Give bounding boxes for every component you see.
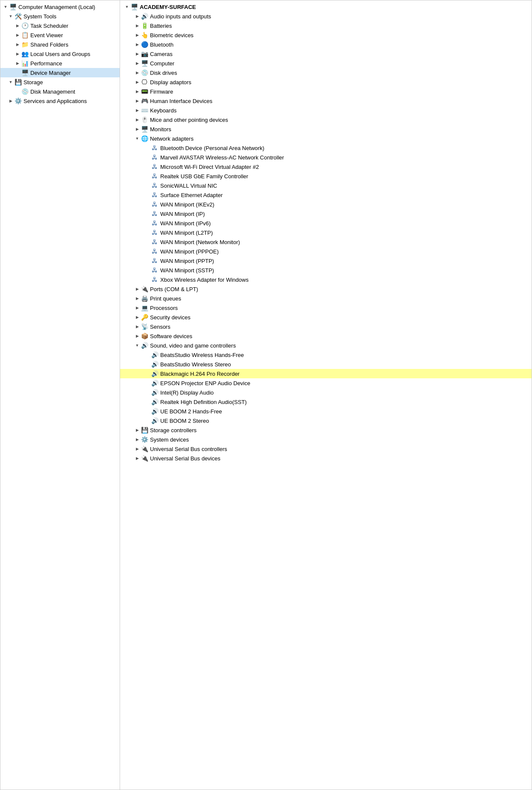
- intel-audio-expand-icon: [144, 389, 151, 396]
- usb-devices-icon: 🔌: [141, 454, 148, 462]
- wan-pppoe-icon: 🖧: [151, 248, 159, 255]
- right-item-intel-display-audio[interactable]: 🔊 Intel(R) Display Audio: [120, 388, 532, 397]
- wan-ikev2-expand-icon: [144, 201, 151, 208]
- right-item-sonicwall[interactable]: 🖧 SonicWALL Virtual NIC: [120, 181, 532, 190]
- device-manager-label: Device Manager: [30, 70, 71, 76]
- left-panel: ▼ 🖥️ Computer Management (Local) ▼ 🛠️ Sy…: [0, 0, 120, 790]
- right-item-disk-drives[interactable]: ▶ 💿 Disk drives: [120, 68, 532, 77]
- right-item-print-queues[interactable]: ▶ 🖨️ Print queues: [120, 294, 532, 303]
- bt-pan-icon: 🖧: [151, 144, 159, 152]
- right-item-network-adapters[interactable]: ▼ 🌐 Network adapters: [120, 134, 532, 143]
- right-item-realtek-usb[interactable]: 🖧 Realtek USB GbE Family Controller: [120, 171, 532, 181]
- sidebar-item-performance[interactable]: ▶ 📊 Performance: [0, 59, 120, 68]
- right-item-keyboards[interactable]: ▶ ⌨️ Keyboards: [120, 106, 532, 115]
- right-item-storage-controllers[interactable]: ▶ 💾 Storage controllers: [120, 425, 532, 435]
- right-item-sound-video[interactable]: ▼ 🔊 Sound, video and game controllers: [120, 341, 532, 350]
- right-item-beats-hf[interactable]: 🔊 BeatsStudio Wireless Hands-Free: [120, 350, 532, 360]
- right-item-firmware[interactable]: ▶ 📟 Firmware: [120, 87, 532, 96]
- right-item-system-devices[interactable]: ▶ ⚙️ System devices: [120, 435, 532, 444]
- right-item-wan-pptp[interactable]: 🖧 WAN Miniport (PPTP): [120, 256, 532, 265]
- right-item-ue-boom-stereo[interactable]: 🔊 UE BOOM 2 Stereo: [120, 416, 532, 425]
- right-item-security-devices[interactable]: ▶ 🔑 Security devices: [120, 312, 532, 322]
- right-item-software-devices[interactable]: ▶ 📦 Software devices: [120, 331, 532, 341]
- services-apps-label: Services and Applications: [24, 98, 87, 104]
- right-item-wan-l2tp[interactable]: 🖧 WAN Miniport (L2TP): [120, 228, 532, 237]
- sidebar-item-local-users[interactable]: ▶ 👥 Local Users and Groups: [0, 49, 120, 59]
- right-item-cameras[interactable]: ▶ 📷 Cameras: [120, 49, 532, 59]
- right-item-display-adaptors[interactable]: ▶ 🖵 Display adaptors: [120, 77, 532, 87]
- ue-boom-hf-label: UE BOOM 2 Hands-Free: [160, 408, 222, 415]
- print-queues-expand-icon: ▶: [134, 295, 141, 302]
- usb-controllers-icon: 🔌: [141, 445, 148, 453]
- right-item-audio-io[interactable]: ▶ 🔊 Audio inputs and outputs: [120, 12, 532, 21]
- batteries-expand-icon: ▶: [134, 22, 141, 29]
- ms-wifi-icon: 🖧: [151, 163, 159, 171]
- sidebar-item-device-manager[interactable]: 🖥️ Device Manager: [0, 68, 120, 77]
- sidebar-item-task-scheduler[interactable]: ▶ 🕐 Task Scheduler: [0, 21, 120, 30]
- sidebar-item-system-tools[interactable]: ▼ 🛠️ System Tools: [0, 12, 120, 21]
- root-item[interactable]: ▼ 🖥️ Computer Management (Local): [0, 2, 120, 12]
- wan-ipv6-expand-icon: [144, 220, 151, 227]
- right-item-wan-pppoe[interactable]: 🖧 WAN Miniport (PPPOE): [120, 247, 532, 256]
- right-item-mice[interactable]: ▶ 🖱️ Mice and other pointing devices: [120, 115, 532, 124]
- biometric-expand-icon: ▶: [134, 32, 141, 38]
- right-item-batteries[interactable]: ▶ 🔋 Batteries: [120, 21, 532, 30]
- sidebar-item-event-viewer[interactable]: ▶ 📋 Event Viewer: [0, 30, 120, 40]
- computer-label: Computer: [150, 60, 174, 67]
- right-item-blackmagic[interactable]: 🔊 Blackmagic H.264 Pro Recorder: [120, 369, 532, 378]
- ms-wifi-label: Microsoft Wi-Fi Direct Virtual Adapter #…: [160, 164, 259, 170]
- disk-management-label: Disk Management: [30, 88, 75, 95]
- right-item-epson[interactable]: 🔊 EPSON Projector ENP Audio Device: [120, 378, 532, 388]
- sidebar-item-disk-management[interactable]: 💿 Disk Management: [0, 87, 120, 96]
- storage-controllers-icon: 💾: [141, 426, 148, 434]
- right-item-processors[interactable]: ▶ 💻 Processors: [120, 303, 532, 312]
- wan-l2tp-expand-icon: [144, 229, 151, 236]
- right-item-ports[interactable]: ▶ 🔌 Ports (COM & LPT): [120, 284, 532, 294]
- right-item-hid[interactable]: ▶ 🎮 Human Interface Devices: [120, 96, 532, 106]
- usb-devices-expand-icon: ▶: [134, 455, 141, 462]
- right-item-computer[interactable]: ▶ 🖥️ Computer: [120, 59, 532, 68]
- biometric-icon: 👆: [141, 31, 148, 39]
- right-item-usb-devices[interactable]: ▶ 🔌 Universal Serial Bus devices: [120, 454, 532, 463]
- right-item-xbox-wireless[interactable]: 🖧 Xbox Wireless Adapter for Windows: [120, 275, 532, 284]
- right-item-wan-netmon[interactable]: 🖧 WAN Miniport (Network Monitor): [120, 237, 532, 247]
- performance-label: Performance: [30, 60, 62, 67]
- right-item-wan-ikev2[interactable]: 🖧 WAN Miniport (IKEv2): [120, 200, 532, 209]
- sidebar-item-shared-folders[interactable]: ▶ 📁 Shared Folders: [0, 40, 120, 49]
- right-item-wan-ip[interactable]: 🖧 WAN Miniport (IP): [120, 209, 532, 218]
- right-item-usb-controllers[interactable]: ▶ 🔌 Universal Serial Bus controllers: [120, 444, 532, 454]
- wan-netmon-label: WAN Miniport (Network Monitor): [160, 239, 240, 245]
- right-item-sensors[interactable]: ▶ 📡 Sensors: [120, 322, 532, 331]
- network-adapters-expand-icon: ▼: [134, 135, 141, 142]
- system-devices-expand-icon: ▶: [134, 436, 141, 443]
- local-users-expand-icon: ▶: [14, 50, 21, 57]
- right-item-ue-boom-hf[interactable]: 🔊 UE BOOM 2 Hands-Free: [120, 407, 532, 416]
- realtek-hda-expand-icon: [144, 398, 151, 405]
- right-item-wan-sstp[interactable]: 🖧 WAN Miniport (SSTP): [120, 265, 532, 275]
- firmware-expand-icon: ▶: [134, 88, 141, 95]
- right-item-wan-ipv6[interactable]: 🖧 WAN Miniport (IPv6): [120, 218, 532, 228]
- right-item-monitors[interactable]: ▶ 🖥️ Monitors: [120, 124, 532, 134]
- realtek-usb-label: Realtek USB GbE Family Controller: [160, 173, 248, 180]
- right-item-bt-pan[interactable]: 🖧 Bluetooth Device (Personal Area Networ…: [120, 143, 532, 153]
- right-root-label: ACADEMY-SURFACE: [140, 4, 196, 10]
- wan-pppoe-expand-icon: [144, 248, 151, 255]
- event-viewer-expand-icon: ▶: [14, 32, 21, 38]
- shared-folders-expand-icon: ▶: [14, 41, 21, 48]
- services-apps-icon: ⚙️: [14, 97, 22, 105]
- right-item-bluetooth[interactable]: ▶ 🔵 Bluetooth: [120, 40, 532, 49]
- storage-expand-icon: ▼: [7, 79, 14, 85]
- beats-hf-icon: 🔊: [151, 351, 159, 359]
- shared-folders-label: Shared Folders: [30, 41, 68, 48]
- right-root-item[interactable]: ▼ 🖥️ ACADEMY-SURFACE: [120, 2, 532, 12]
- right-item-realtek-hda[interactable]: 🔊 Realtek High Definition Audio(SST): [120, 397, 532, 407]
- sonicwall-expand-icon: [144, 182, 151, 189]
- right-item-marvell[interactable]: 🖧 Marvell AVASTAR Wireless-AC Network Co…: [120, 153, 532, 162]
- sidebar-item-services-apps[interactable]: ▶ ⚙️ Services and Applications: [0, 96, 120, 106]
- wan-ikev2-icon: 🖧: [151, 200, 159, 208]
- right-item-biometric[interactable]: ▶ 👆 Biometric devices: [120, 30, 532, 40]
- right-item-ms-wifi-direct[interactable]: 🖧 Microsoft Wi-Fi Direct Virtual Adapter…: [120, 162, 532, 171]
- sidebar-item-storage[interactable]: ▼ 💾 Storage: [0, 77, 120, 87]
- right-item-beats-stereo[interactable]: 🔊 BeatsStudio Wireless Stereo: [120, 360, 532, 369]
- right-item-surface-ethernet[interactable]: 🖧 Surface Ethernet Adapter: [120, 190, 532, 200]
